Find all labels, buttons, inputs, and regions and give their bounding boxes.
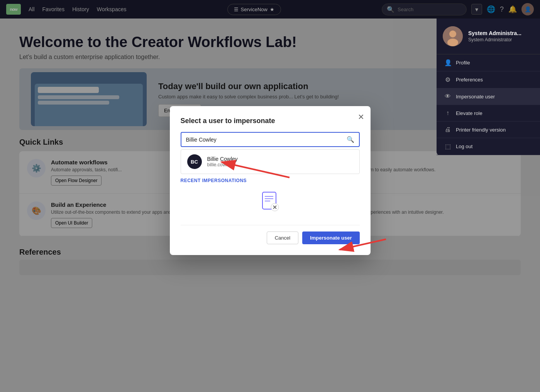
user-initials-avatar: BC: [187, 154, 202, 169]
menu-item-logout[interactable]: ⬚ Log out: [437, 138, 540, 155]
impersonate-modal: Select a user to impersonate ✕ 🔍 BC Bill…: [170, 106, 371, 255]
menu-item-preferences[interactable]: ⚙ Preferences: [437, 71, 540, 88]
avatar-image: [443, 26, 463, 46]
arrow-up-icon: ↑: [444, 110, 451, 117]
user-dropdown-avatar: [443, 26, 463, 46]
gear-icon: ⚙: [444, 76, 451, 83]
svg-point-2: [447, 39, 458, 46]
empty-document-icon: [259, 190, 282, 213]
empty-state: [181, 186, 360, 217]
user-role: System Administrator: [468, 37, 521, 42]
user-result-name: Billie Cowley: [207, 156, 238, 162]
modal-close-button[interactable]: ✕: [358, 112, 364, 122]
user-info: System Administra... System Administrato…: [468, 30, 521, 42]
user-results-list: BC Billie Cowley billie.cowley RECENT IM…: [181, 149, 360, 217]
cancel-button[interactable]: Cancel: [267, 231, 298, 244]
menu-item-print[interactable]: 🖨 Printer friendly version: [437, 122, 540, 138]
user-search-input[interactable]: [186, 137, 344, 143]
user-name: System Administra...: [468, 30, 521, 36]
modal-footer: Cancel Impersonate user: [181, 225, 360, 244]
user-result-item[interactable]: BC Billie Cowley billie.cowley: [181, 149, 360, 174]
modal-search-wrap: 🔍: [181, 132, 360, 147]
search-icon: 🔍: [347, 136, 354, 143]
menu-item-profile[interactable]: 👤 Profile: [437, 54, 540, 71]
recent-impersonations-label: RECENT IMPERSONATIONS: [181, 178, 360, 183]
person-icon: 👤: [444, 59, 451, 66]
user-dropdown: System Administra... System Administrato…: [437, 19, 540, 155]
print-icon: 🖨: [444, 126, 451, 133]
user-result-username: billie.cowley: [207, 162, 238, 167]
modal-title: Select a user to impersonate: [181, 117, 360, 125]
user-result-info: Billie Cowley billie.cowley: [207, 156, 238, 167]
logout-icon: ⬚: [444, 143, 451, 150]
eye-icon: 👁: [444, 93, 451, 100]
menu-item-impersonate[interactable]: 👁 Impersonate user: [437, 88, 540, 105]
svg-point-1: [449, 30, 456, 37]
user-dropdown-header: System Administra... System Administrato…: [437, 19, 540, 54]
impersonate-user-button[interactable]: Impersonate user: [302, 231, 359, 244]
menu-item-elevate-role[interactable]: ↑ Elevate role: [437, 105, 540, 122]
